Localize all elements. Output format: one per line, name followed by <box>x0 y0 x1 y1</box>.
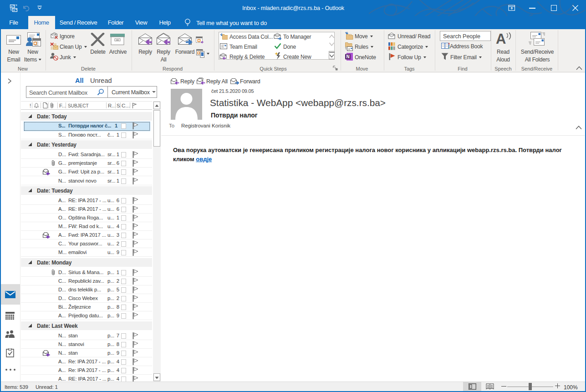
svg-text:N: N <box>346 54 349 59</box>
